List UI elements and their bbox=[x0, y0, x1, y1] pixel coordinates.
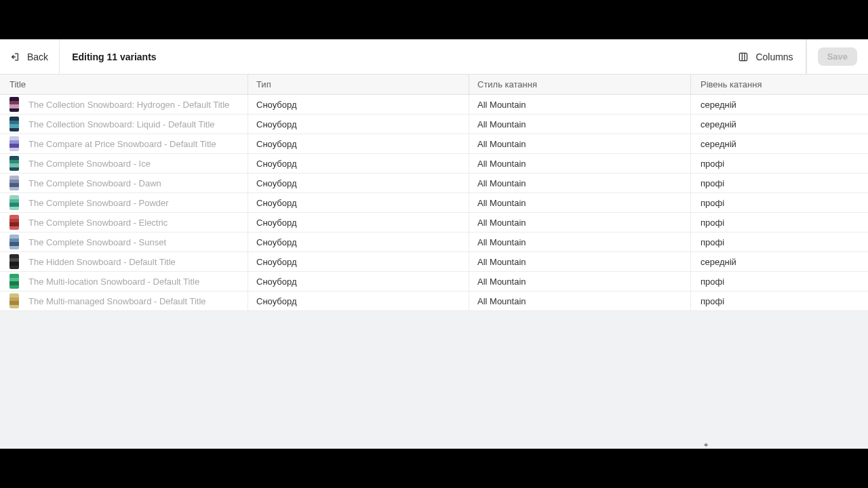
table-row[interactable]: The Complete Snowboard - Dawn Сноуборд A… bbox=[0, 174, 868, 193]
table-row[interactable]: The Collection Snowboard: Liquid - Defau… bbox=[0, 115, 868, 134]
table-body: The Collection Snowboard: Hydrogen - Def… bbox=[0, 95, 868, 311]
product-thumbnail bbox=[9, 215, 19, 230]
cell-style[interactable]: All Mountain bbox=[469, 252, 690, 271]
table-row[interactable]: The Multi-managed Snowboard - Default Ti… bbox=[0, 291, 868, 311]
cell-type[interactable]: Сноуборд bbox=[248, 115, 469, 134]
table-row[interactable]: The Compare at Price Snowboard - Default… bbox=[0, 134, 868, 154]
cell-type[interactable]: Сноуборд bbox=[248, 154, 469, 173]
cell-type[interactable]: Сноуборд bbox=[248, 272, 469, 291]
cell-style[interactable]: All Mountain bbox=[469, 193, 690, 212]
cell-level[interactable]: профі bbox=[690, 154, 868, 173]
cell-style[interactable]: All Mountain bbox=[469, 154, 690, 173]
row-title: The Collection Snowboard: Liquid - Defau… bbox=[28, 119, 215, 129]
product-thumbnail bbox=[9, 235, 19, 249]
product-thumbnail bbox=[9, 136, 19, 151]
cell-style[interactable]: All Mountain bbox=[469, 174, 690, 192]
svg-rect-0 bbox=[740, 53, 747, 60]
cursor-icon: ⌖ bbox=[704, 441, 709, 446]
cell-type[interactable]: Сноуборд bbox=[248, 232, 469, 251]
back-button[interactable]: Back bbox=[0, 39, 59, 74]
product-thumbnail bbox=[9, 97, 19, 112]
app-window: Back Editing 11 variants Columns Save Ti… bbox=[0, 39, 868, 449]
header-type[interactable]: Тип bbox=[248, 75, 469, 94]
cell-style[interactable]: All Mountain bbox=[469, 134, 690, 153]
row-title: The Hidden Snowboard - Default Title bbox=[28, 257, 176, 267]
product-thumbnail bbox=[9, 254, 19, 269]
table-row[interactable]: The Complete Snowboard - Powder Сноуборд… bbox=[0, 193, 868, 213]
table-row[interactable]: The Complete Snowboard - Electric Сноубо… bbox=[0, 213, 868, 232]
row-title: The Complete Snowboard - Sunset bbox=[28, 237, 166, 247]
cell-type[interactable]: Сноуборд bbox=[248, 174, 469, 192]
cell-level[interactable]: профі bbox=[690, 174, 868, 192]
table-row[interactable]: The Collection Snowboard: Hydrogen - Def… bbox=[0, 95, 868, 115]
product-thumbnail bbox=[9, 117, 19, 131]
row-title: The Multi-managed Snowboard - Default Ti… bbox=[28, 296, 206, 306]
cell-style[interactable]: All Mountain bbox=[469, 291, 690, 310]
product-thumbnail bbox=[9, 293, 19, 308]
save-button[interactable]: Save bbox=[818, 47, 857, 66]
cell-level[interactable]: середній bbox=[690, 115, 868, 134]
product-thumbnail bbox=[9, 274, 19, 289]
row-title: The Complete Snowboard - Dawn bbox=[28, 178, 161, 188]
product-thumbnail bbox=[9, 195, 19, 210]
table-header: Title Тип Стиль катання Рівень катання bbox=[0, 75, 868, 95]
header-title[interactable]: Title bbox=[0, 79, 248, 89]
cell-style[interactable]: All Mountain bbox=[469, 272, 690, 291]
row-title: The Compare at Price Snowboard - Default… bbox=[28, 139, 216, 149]
back-label: Back bbox=[27, 52, 48, 62]
cell-level[interactable]: середній bbox=[690, 252, 868, 271]
header-style[interactable]: Стиль катання bbox=[469, 75, 690, 94]
product-thumbnail bbox=[9, 156, 19, 171]
cell-style[interactable]: All Mountain bbox=[469, 95, 690, 114]
page-title: Editing 11 variants bbox=[60, 52, 156, 62]
cell-style[interactable]: All Mountain bbox=[469, 115, 690, 134]
table-row[interactable]: The Multi-location Snowboard - Default T… bbox=[0, 272, 868, 291]
cell-level[interactable]: середній bbox=[690, 134, 868, 153]
table-row[interactable]: The Complete Snowboard - Sunset Сноуборд… bbox=[0, 232, 868, 252]
cell-level[interactable]: профі bbox=[690, 272, 868, 291]
back-icon bbox=[11, 52, 22, 62]
cell-type[interactable]: Сноуборд bbox=[248, 291, 469, 310]
cell-level[interactable]: профі bbox=[690, 291, 868, 310]
cell-level[interactable]: середній bbox=[690, 95, 868, 114]
cell-level[interactable]: профі bbox=[690, 213, 868, 232]
cell-style[interactable]: All Mountain bbox=[469, 232, 690, 251]
header-level[interactable]: Рівень катання bbox=[690, 75, 868, 94]
cell-type[interactable]: Сноуборд bbox=[248, 193, 469, 212]
columns-button[interactable]: Columns bbox=[726, 39, 805, 74]
top-bar: Back Editing 11 variants Columns Save bbox=[0, 39, 868, 75]
cell-type[interactable]: Сноуборд bbox=[248, 252, 469, 271]
columns-label: Columns bbox=[755, 52, 793, 62]
product-thumbnail bbox=[9, 176, 19, 190]
cell-style[interactable]: All Mountain bbox=[469, 213, 690, 232]
table-row[interactable]: The Complete Snowboard - Ice Сноуборд Al… bbox=[0, 154, 868, 174]
cell-level[interactable]: профі bbox=[690, 193, 868, 212]
row-title: The Complete Snowboard - Ice bbox=[28, 159, 151, 169]
columns-icon bbox=[738, 52, 749, 62]
cell-level[interactable]: профі bbox=[690, 232, 868, 251]
row-title: The Complete Snowboard - Electric bbox=[28, 218, 167, 228]
row-title: The Multi-location Snowboard - Default T… bbox=[28, 277, 199, 287]
cell-type[interactable]: Сноуборд bbox=[248, 134, 469, 153]
row-title: The Complete Snowboard - Powder bbox=[28, 198, 169, 208]
row-title: The Collection Snowboard: Hydrogen - Def… bbox=[28, 100, 229, 110]
cell-type[interactable]: Сноуборд bbox=[248, 213, 469, 232]
cell-type[interactable]: Сноуборд bbox=[248, 95, 469, 114]
table-row[interactable]: The Hidden Snowboard - Default Title Сно… bbox=[0, 252, 868, 272]
